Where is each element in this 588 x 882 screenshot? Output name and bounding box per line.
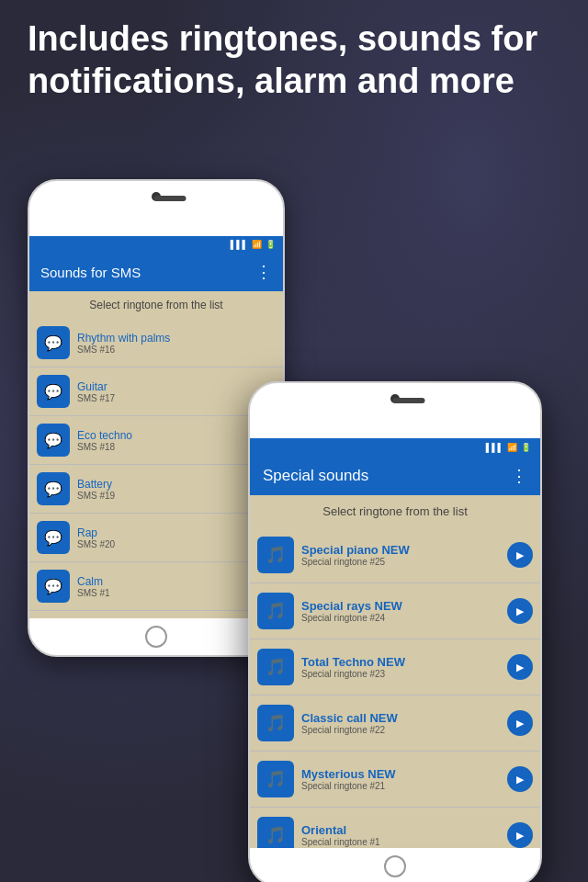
ringtone-name: Total Techno NEW [301, 655, 507, 669]
play-button[interactable]: ▶ [507, 598, 533, 624]
list-item[interactable]: 💬 Work call SMS #2 [29, 611, 283, 618]
ringtone-info: Classic call NEW Special ringtone #22 [301, 711, 507, 735]
list-item[interactable]: 🎵 Mysterious NEW Special ringtone #21 ▶ [250, 752, 540, 808]
phone1: ▌▌▌ 📶 🔋 Sounds for SMS ⋮ Select ringtone… [28, 179, 285, 657]
phone2-select-label: Select ringtone from the list [250, 495, 540, 527]
ringtone-info: Guitar SMS #17 [77, 380, 276, 403]
play-button[interactable]: ▶ [507, 766, 533, 792]
ringtone-sub: Special ringtone #23 [301, 669, 507, 679]
list-item[interactable]: 💬 Calm SMS #1 [29, 562, 283, 611]
phone2-appbar: Special sounds ⋮ [250, 457, 540, 495]
ringtone-sub: SMS #20 [77, 539, 276, 549]
list-item[interactable]: 🎵 Special piano NEW Special ringtone #25… [250, 527, 540, 583]
phone2: ▌▌▌ 📶 🔋 Special sounds ⋮ Select ringtone… [248, 381, 542, 882]
ringtone-sub: SMS #16 [77, 345, 276, 355]
signal-icon: ▌▌▌ [486, 443, 503, 452]
phone1-appbar-title: Sounds for SMS [40, 265, 141, 280]
sms-icon: 💬 [37, 570, 70, 603]
header-text: Includes ringtones, sounds for notificat… [28, 18, 560, 102]
phone2-menu-button[interactable]: ⋮ [511, 466, 527, 486]
ringtone-name: Rhythm with palms [77, 332, 276, 345]
phone1-ringtone-list: 💬 Rhythm with palms SMS #16 💬 Guitar SMS… [29, 319, 283, 618]
ringtone-name: Special piano NEW [301, 543, 507, 557]
ringtone-info: Mysterious NEW Special ringtone #21 [301, 767, 507, 791]
ringtone-sub: SMS #18 [77, 442, 276, 452]
ringtone-info: Battery SMS #19 [77, 478, 276, 501]
ringtone-sub: SMS #19 [77, 491, 276, 501]
special-icon: 🎵 [257, 537, 294, 573]
signal-icon: ▌▌▌ [231, 240, 248, 249]
ringtone-name: Oriental [301, 823, 507, 837]
ringtone-sub: Special ringtone #21 [301, 781, 507, 791]
ringtone-info: Rap SMS #20 [77, 526, 276, 549]
battery-icon: 🔋 [266, 240, 276, 249]
sms-icon: 💬 [37, 472, 70, 505]
ringtone-info: Oriental Special ringtone #1 [301, 823, 507, 847]
ringtone-name: Special rays NEW [301, 599, 507, 613]
special-icon: 🎵 [257, 761, 294, 797]
phone1-speaker [154, 196, 187, 201]
sms-icon: 💬 [37, 326, 70, 359]
ringtone-info: Calm SMS #1 [77, 575, 276, 598]
list-item[interactable]: 💬 Rhythm with palms SMS #16 [29, 319, 283, 368]
ringtone-sub: Special ringtone #22 [301, 725, 507, 735]
special-icon: 🎵 [257, 593, 294, 629]
sms-icon: 💬 [37, 424, 70, 457]
play-button[interactable]: ▶ [507, 710, 533, 736]
ringtone-sub: Special ringtone #25 [301, 557, 507, 567]
ringtone-info: Eco techno SMS #18 [77, 429, 276, 452]
ringtone-sub: SMS #17 [77, 393, 276, 403]
sms-icon: 💬 [37, 375, 70, 408]
wifi-icon: 📶 [252, 240, 262, 249]
phone2-home [384, 855, 406, 877]
ringtone-sub: SMS #1 [77, 588, 276, 598]
ringtone-name: Rap [77, 526, 276, 539]
battery-icon: 🔋 [521, 443, 531, 452]
ringtone-name: Mysterious NEW [301, 767, 507, 781]
phone1-appbar: Sounds for SMS ⋮ [29, 253, 283, 291]
ringtone-name: Eco techno [77, 429, 276, 442]
phone2-appbar-title: Special sounds [263, 467, 368, 485]
phone1-menu-button[interactable]: ⋮ [255, 262, 272, 282]
list-item[interactable]: 💬 Rap SMS #20 [29, 514, 283, 562]
list-item[interactable]: 🎵 Special rays NEW Special ringtone #24 … [250, 583, 540, 639]
ringtone-sub: Special ringtone #1 [301, 837, 507, 847]
phone1-home [145, 626, 167, 648]
ringtone-sub: Special ringtone #24 [301, 613, 507, 623]
play-button[interactable]: ▶ [507, 542, 533, 568]
list-item[interactable]: 💬 Eco techno SMS #18 [29, 416, 283, 465]
phone2-ringtone-list: 🎵 Special piano NEW Special ringtone #25… [250, 527, 540, 848]
special-icon: 🎵 [257, 649, 294, 685]
list-item[interactable]: 🎵 Classic call NEW Special ringtone #22 … [250, 695, 540, 752]
ringtone-name: Battery [77, 478, 276, 491]
list-item[interactable]: 🎵 Total Techno NEW Special ringtone #23 … [250, 639, 540, 695]
wifi-icon: 📶 [507, 443, 517, 452]
special-icon: 🎵 [257, 705, 294, 741]
ringtone-info: Total Techno NEW Special ringtone #23 [301, 655, 507, 679]
sms-icon: 💬 [37, 521, 70, 554]
phone1-select-label: Select ringtone from the list [29, 291, 283, 319]
play-button[interactable]: ▶ [507, 822, 533, 848]
play-button[interactable]: ▶ [507, 654, 533, 680]
phone2-status-bar: ▌▌▌ 📶 🔋 [250, 438, 540, 457]
ringtone-info: Special piano NEW Special ringtone #25 [301, 543, 507, 567]
ringtone-info: Rhythm with palms SMS #16 [77, 332, 276, 355]
list-item[interactable]: 🎵 Oriental Special ringtone #1 ▶ [250, 808, 540, 848]
ringtone-name: Guitar [77, 380, 276, 393]
phone1-status-bar: ▌▌▌ 📶 🔋 [29, 236, 283, 253]
list-item[interactable]: 💬 Battery SMS #19 [29, 465, 283, 514]
ringtone-name: Classic call NEW [301, 711, 507, 725]
special-icon: 🎵 [257, 817, 294, 848]
phone2-speaker [393, 398, 425, 403]
list-item[interactable]: 💬 Guitar SMS #17 [29, 368, 283, 416]
ringtone-name: Calm [77, 575, 276, 588]
ringtone-info: Special rays NEW Special ringtone #24 [301, 599, 507, 623]
